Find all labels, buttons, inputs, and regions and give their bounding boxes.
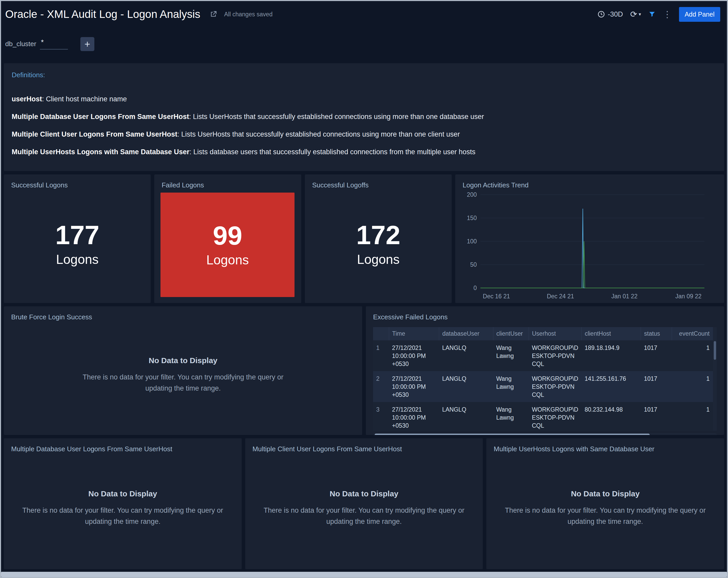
stat-content: 177 Logons xyxy=(4,175,151,303)
table-cell: 141.255.161.76 xyxy=(581,371,641,402)
no-data-message: There is no data for your filter. You ca… xyxy=(17,505,228,527)
svg-text:100: 100 xyxy=(467,238,477,245)
no-data-heading: No Data to Display xyxy=(88,489,157,498)
no-data-heading: No Data to Display xyxy=(149,356,217,365)
stat-unit: Logons xyxy=(206,253,249,267)
trend-chart: 050100150200Dec 16 21Dec 24 21Jan 01 22J… xyxy=(461,190,707,301)
panel-successful-logons: Successful Logons 177 Logons xyxy=(4,175,151,303)
table-vertical-scrollbar[interactable] xyxy=(713,327,717,431)
stat-content: 99 Logons xyxy=(160,192,294,297)
header-controls: -30D ⟳ ▾ ⋮ Add Panel xyxy=(597,7,720,22)
no-data-content: No Data to Display There is no data for … xyxy=(245,438,483,569)
add-filter-button[interactable]: + xyxy=(80,37,94,51)
table-cell: WORKGROUP\DESKTOP-PDVNCQL xyxy=(529,402,581,431)
table-row[interactable]: 227/12/2021 10:00:00 PM +0530LANGLQWang … xyxy=(373,371,717,402)
failed-logons-data-table: TimedatabaseUserclientUserUserhostclient… xyxy=(373,327,717,431)
stat-unit: Logons xyxy=(357,252,399,267)
table-cell: 1017 xyxy=(641,402,672,431)
panel-title: Multiple Database User Logons From Same … xyxy=(11,445,172,453)
db-cluster-filter-input[interactable] xyxy=(40,38,68,50)
save-status: All changes saved xyxy=(224,11,273,18)
trend-chart-svg: 050100150200Dec 16 21Dec 24 21Jan 01 22J… xyxy=(461,190,707,301)
table-cell: LANGLQ xyxy=(439,402,493,431)
filter-label: db_cluster xyxy=(5,40,36,48)
kebab-menu-icon[interactable]: ⋮ xyxy=(663,10,672,19)
table-cell: 1017 xyxy=(641,371,672,402)
column-header-Userhost[interactable]: Userhost xyxy=(529,327,581,340)
stat-value: 172 xyxy=(356,222,400,248)
add-panel-button[interactable]: Add Panel xyxy=(679,7,720,22)
panel-title: Brute Force Login Success xyxy=(11,313,92,321)
panel-multiple-userhosts-logons: Multiple UserHosts Logons with Same Data… xyxy=(486,438,724,569)
table-cell: 1 xyxy=(672,371,717,402)
no-data-content: No Data to Display There is no data for … xyxy=(4,438,242,569)
definition-line: Multiple Database User Logons From Same … xyxy=(12,112,716,121)
failed-logons-table: TimedatabaseUserclientUserUserhostclient… xyxy=(373,327,717,431)
table-cell: 189.18.194.9 xyxy=(581,340,641,371)
panel-title: Multiple Client User Logons From Same Us… xyxy=(253,445,402,453)
definition-line: userHost: Client host machine name xyxy=(12,95,716,104)
no-data-content: No Data to Display There is no data for … xyxy=(486,438,724,569)
definitions-panel: Definitions: userHost: Client host machi… xyxy=(4,63,724,171)
share-icon[interactable] xyxy=(209,10,217,19)
table-cell: 2 xyxy=(373,371,389,402)
panel-multiple-database-user-logons: Multiple Database User Logons From Same … xyxy=(4,438,242,569)
table-cell: 1 xyxy=(373,340,389,371)
table-cell: 3 xyxy=(373,402,389,431)
svg-text:200: 200 xyxy=(467,191,477,198)
column-header-Time[interactable]: Time xyxy=(389,327,439,340)
no-data-message: There is no data for your filter. You ca… xyxy=(78,372,289,394)
refresh-button[interactable]: ⟳ ▾ xyxy=(630,10,641,19)
table-cell: 80.232.144.98 xyxy=(581,402,641,431)
page-horizontal-scrollbar[interactable] xyxy=(1,572,727,577)
table-row[interactable]: 127/12/2021 10:00:00 PM +0530LANGLQWang … xyxy=(373,340,717,371)
definition-line: Multiple UserHosts Logons with Same Data… xyxy=(12,148,716,157)
panel-title: Logon Activities Trend xyxy=(463,181,528,189)
table-cell: WORKGROUP\DESKTOP-PDVNCQL xyxy=(529,371,581,402)
scrollbar-thumb[interactable] xyxy=(374,434,650,435)
column-header-clientUser[interactable]: clientUser xyxy=(493,327,529,340)
no-data-message: There is no data for your filter. You ca… xyxy=(500,505,711,527)
time-range-button[interactable]: -30D xyxy=(597,10,623,19)
filter-icon[interactable] xyxy=(648,10,656,18)
table-horizontal-scrollbar[interactable] xyxy=(373,433,717,435)
stat-value: 177 xyxy=(55,222,99,248)
column-header-clientHost[interactable]: clientHost xyxy=(581,327,641,340)
table-cell: 27/12/2021 10:00:00 PM +0530 xyxy=(389,402,439,431)
table-row[interactable]: 327/12/2021 10:00:00 PM +0530LANGLQWang … xyxy=(373,402,717,431)
svg-text:Dec 24 21: Dec 24 21 xyxy=(547,293,574,299)
column-header-eventCount[interactable]: eventCount xyxy=(672,327,717,340)
panel-logon-activities-trend: Logon Activities Trend 050100150200Dec 1… xyxy=(455,175,724,303)
scrollbar-thumb[interactable] xyxy=(714,341,716,360)
panel-excessive-failed-logons: Excessive Failed Logons TimedatabaseUser… xyxy=(366,306,724,435)
table-cell: WORKGROUP\DESKTOP-PDVNCQL xyxy=(529,340,581,371)
panel-title: Failed Logons xyxy=(161,181,204,189)
panel-multiple-client-user-logons: Multiple Client User Logons From Same Us… xyxy=(245,438,483,569)
no-data-message: There is no data for your filter. You ca… xyxy=(259,505,470,527)
stats-row: Successful Logons 177 Logons Failed Logo… xyxy=(4,175,724,303)
stat-content: 172 Logons xyxy=(305,175,452,303)
page-title: Oracle - XML Audit Log - Logon Analysis xyxy=(5,8,201,21)
svg-text:Jan 09 22: Jan 09 22 xyxy=(675,293,702,299)
chevron-down-icon: ▾ xyxy=(639,11,641,17)
table-cell: LANGLQ xyxy=(439,340,493,371)
table-cell: Wang Lawng xyxy=(493,402,529,431)
dashboard-root: Oracle - XML Audit Log - Logon Analysis … xyxy=(0,0,728,578)
panel-title: Excessive Failed Logons xyxy=(373,313,448,321)
stat-unit: Logons xyxy=(56,252,99,267)
header-bar: Oracle - XML Audit Log - Logon Analysis … xyxy=(1,1,727,27)
panel-title: Successful Logons xyxy=(11,181,68,189)
svg-text:Dec 16 21: Dec 16 21 xyxy=(483,293,510,299)
panel-title: Successful Logoffs xyxy=(312,181,369,189)
no-data-heading: No Data to Display xyxy=(571,489,640,498)
definitions-heading: Definitions: xyxy=(12,71,716,79)
column-header-databaseUser[interactable]: databaseUser xyxy=(439,327,493,340)
table-cell: Wang Lawng xyxy=(493,340,529,371)
column-header-index xyxy=(373,327,389,340)
stat-value: 99 xyxy=(213,222,242,249)
table-cell: Wang Lawng xyxy=(493,371,529,402)
column-header-status[interactable]: status xyxy=(641,327,672,340)
svg-text:50: 50 xyxy=(470,261,477,268)
panel-failed-logons: Failed Logons 99 Logons xyxy=(154,175,301,303)
svg-text:0: 0 xyxy=(474,285,477,291)
